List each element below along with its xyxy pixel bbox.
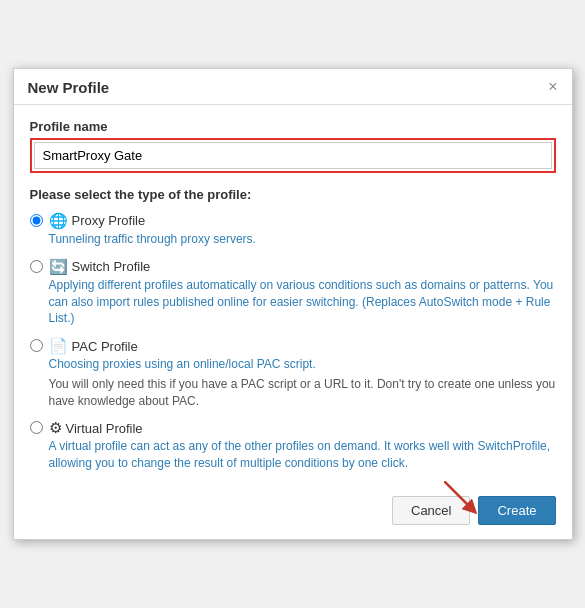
profile-name-input[interactable] [34, 142, 552, 169]
virtual-profile-radio[interactable] [30, 421, 43, 434]
svg-line-1 [444, 481, 472, 509]
pac-profile-desc: Choosing proxies using an online/local P… [49, 356, 556, 373]
doc-icon: 📄 [49, 337, 68, 355]
list-item: 🔄 Switch Profile Applying different prof… [30, 258, 556, 327]
section-label: Please select the type of the profile: [30, 187, 556, 202]
pac-profile-title-row: 📄 PAC Profile [49, 337, 556, 355]
proxy-profile-desc: Tunneling traffic through proxy servers. [49, 231, 256, 248]
gear-icon: ⚙ [49, 419, 62, 437]
list-item: ⚙ Virtual Profile A virtual profile can … [30, 419, 556, 472]
pac-profile-label: PAC Profile [72, 339, 138, 354]
create-button[interactable]: Create [478, 496, 555, 525]
dialog-title: New Profile [28, 79, 110, 96]
virtual-profile-content: ⚙ Virtual Profile A virtual profile can … [49, 419, 556, 472]
proxy-profile-radio[interactable] [30, 214, 43, 227]
arrow-indicator [444, 481, 484, 521]
radio-group: 🌐 Proxy Profile Tunneling traffic throug… [30, 212, 556, 472]
list-item: 🌐 Proxy Profile Tunneling traffic throug… [30, 212, 556, 248]
new-profile-dialog: New Profile × Profile name Please select… [13, 68, 573, 540]
proxy-profile-content: 🌐 Proxy Profile Tunneling traffic throug… [49, 212, 256, 248]
dialog-footer: Cancel Create [14, 486, 572, 539]
pac-profile-content: 📄 PAC Profile Choosing proxies using an … [49, 337, 556, 409]
globe-icon: 🌐 [49, 212, 68, 230]
pac-profile-note: You will only need this if you have a PA… [49, 376, 556, 410]
pac-profile-radio[interactable] [30, 339, 43, 352]
dialog-body: Profile name Please select the type of t… [14, 105, 572, 486]
switch-profile-radio[interactable] [30, 260, 43, 273]
virtual-profile-label: Virtual Profile [66, 421, 143, 436]
proxy-profile-title-row: 🌐 Proxy Profile [49, 212, 256, 230]
profile-name-label: Profile name [30, 119, 556, 134]
switch-profile-title-row: 🔄 Switch Profile [49, 258, 556, 276]
proxy-profile-label: Proxy Profile [72, 213, 146, 228]
switch-profile-content: 🔄 Switch Profile Applying different prof… [49, 258, 556, 327]
profile-name-wrapper [30, 138, 556, 173]
dialog-header: New Profile × [14, 69, 572, 105]
virtual-profile-desc: A virtual profile can act as any of the … [49, 438, 556, 472]
virtual-profile-title-row: ⚙ Virtual Profile [49, 419, 556, 437]
switch-profile-desc: Applying different profiles automaticall… [49, 277, 556, 327]
switch-icon: 🔄 [49, 258, 68, 276]
close-button[interactable]: × [548, 79, 557, 95]
list-item: 📄 PAC Profile Choosing proxies using an … [30, 337, 556, 409]
switch-profile-label: Switch Profile [72, 259, 151, 274]
